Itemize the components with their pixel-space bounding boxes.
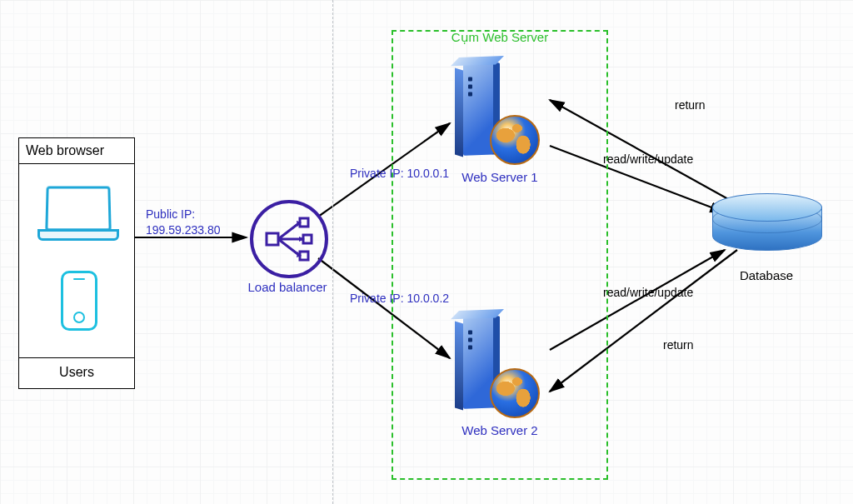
web-server-2-label: Web Server 2 — [441, 423, 558, 437]
phone-icon — [61, 271, 97, 331]
svg-rect-0 — [267, 233, 278, 245]
laptop-icon — [46, 186, 111, 241]
database-icon — [712, 193, 821, 258]
rw1-label: read/write/update — [603, 152, 693, 166]
rw2-label: read/write/update — [603, 286, 693, 299]
users-box: Web browser Users — [18, 137, 135, 389]
ret2-label: return — [663, 338, 694, 352]
load-balancer-icon — [250, 200, 328, 278]
cluster-title: Cụm Web Server — [448, 30, 551, 45]
database-label: Database — [708, 268, 825, 282]
public-ip-label: Public IP: 199.59.233.80 — [146, 207, 221, 238]
section-divider — [332, 0, 333, 504]
users-box-header: Web browser — [19, 138, 134, 164]
web-server-1-label: Web Server 1 — [441, 170, 558, 184]
users-box-footer: Users — [19, 357, 134, 387]
globe-icon-2 — [490, 368, 540, 418]
globe-icon-1 — [490, 115, 540, 165]
ret1-label: return — [675, 98, 706, 112]
diagram-canvas: Web browser Users Public IP: 199.59.233.… — [0, 0, 853, 504]
load-balancer-label: Load balancer — [229, 280, 346, 294]
